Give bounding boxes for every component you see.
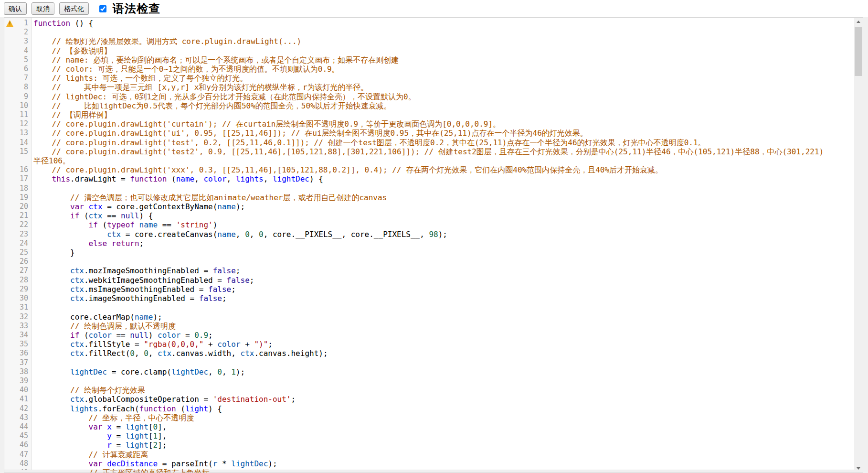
code-line[interactable]: 43 // 坐标，半径，中心不透明度 xyxy=(4,413,854,422)
line-number: 7 xyxy=(4,74,32,83)
code-line[interactable]: 31 xyxy=(4,303,854,312)
code-line-text: ctx.webkitImageSmoothingEnabled = false; xyxy=(32,276,854,285)
scroll-up-arrow[interactable] xyxy=(854,18,863,26)
code-line-text: // core.plugin.drawLight('curtain'); // … xyxy=(32,119,854,129)
line-number: 28 xyxy=(4,276,32,285)
code-line[interactable]: 28 ctx.webkitImageSmoothingEnabled = fal… xyxy=(4,276,854,285)
code-line[interactable]: 7 // lights: 可选，一个数组，定义了每个独立的灯光。 xyxy=(4,74,854,83)
line-number: 48 xyxy=(4,459,32,468)
code-line[interactable]: 16 // core.plugin.drawLight('xxx', 0.3, … xyxy=(4,165,854,174)
line-number: 46 xyxy=(4,441,32,450)
code-line[interactable]: 12 // core.plugin.drawLight('curtain'); … xyxy=(4,119,854,129)
code-line[interactable]: 42 lights.forEach(function (light) { xyxy=(4,404,854,413)
line-number: 14 xyxy=(4,138,32,147)
code-line-text: 半径106。 xyxy=(32,156,854,165)
code-editor[interactable]: 1function () {23 // 绘制灯光/漆黑层效果。调用方式 core… xyxy=(4,17,863,473)
code-line[interactable]: 19 // 清空色调层；也可以修改成其它层比如animate/weather层，… xyxy=(4,193,854,202)
line-number: 32 xyxy=(4,312,32,322)
code-line-text: // 【参数说明】 xyxy=(32,46,854,55)
code-line[interactable]: 38 lightDec = core.clamp(lightDec, 0, 1)… xyxy=(4,367,854,376)
code-line[interactable]: 21 if (ctx == null) { xyxy=(4,211,854,220)
code-line-text: // 坐标，半径，中心不透明度 xyxy=(32,413,854,422)
lint-checkbox[interactable] xyxy=(99,5,106,12)
line-number: 19 xyxy=(4,193,32,202)
code-line[interactable]: 23 ctx = core.createCanvas(name, 0, 0, c… xyxy=(4,230,854,239)
code-line[interactable]: 6 // color: 可选，只能是一个0~1之间的数，为不透明度的值。不填则默… xyxy=(4,64,854,74)
code-line[interactable]: 46 r = light[2]; xyxy=(4,441,854,450)
line-number: 33 xyxy=(4,322,32,331)
code-line[interactable]: 29 ctx.msImageSmoothingEnabled = false; xyxy=(4,285,854,294)
code-line[interactable]: 9 // lightDec: 可选，0到1之间，光从多少百分比才开始衰减（在此范… xyxy=(4,92,854,101)
line-number: 25 xyxy=(4,248,32,257)
line-number: 47 xyxy=(4,450,32,459)
vertical-scrollbar[interactable] xyxy=(854,18,863,473)
line-number: 29 xyxy=(4,285,32,294)
code-line[interactable]: 10 // 比如lightDec为0.5代表，每个灯光部分内圈50%的范围全亮，… xyxy=(4,101,854,110)
code-line-text xyxy=(32,303,854,312)
code-line[interactable]: 35 ctx.fillStyle = "rgba(0,0,0," + color… xyxy=(4,340,854,349)
code-line[interactable]: 41 ctx.globalCompositeOperation = 'desti… xyxy=(4,395,854,404)
code-line[interactable]: 36 ctx.fillRect(0, 0, ctx.canvas.width, … xyxy=(4,349,854,358)
code-line[interactable]: 26 xyxy=(4,257,854,266)
line-number: 3 xyxy=(4,37,32,46)
code-line[interactable]: 18 xyxy=(4,184,854,193)
line-number: 30 xyxy=(4,294,32,303)
code-line[interactable]: 22 if (typeof name == 'string') xyxy=(4,220,854,229)
code-line[interactable]: 33 // 绘制色调层，默认不透明度 xyxy=(4,322,854,331)
line-number: 1 xyxy=(4,19,32,28)
code-line[interactable]: 14 // core.plugin.drawLight('test', 0.2,… xyxy=(4,138,854,147)
code-line[interactable]: 25 } xyxy=(4,248,854,257)
format-button[interactable]: 格式化 xyxy=(59,2,89,15)
code-line-text: lightDec = core.clamp(lightDec, 0, 1); xyxy=(32,367,854,376)
code-line[interactable]: 4 // 【参数说明】 xyxy=(4,46,854,55)
cancel-button[interactable]: 取消 xyxy=(32,2,54,15)
code-line[interactable]: 32 core.clearMap(name); xyxy=(4,312,854,322)
code-line[interactable]: 48 var decDistance = parseInt(r * lightD… xyxy=(4,459,854,468)
code-line-text xyxy=(32,376,854,386)
code-line-text: // core.plugin.drawLight('test', 0.2, [[… xyxy=(32,138,854,147)
lint-label[interactable]: 语法检查 xyxy=(113,1,160,16)
code-line[interactable]: 30 ctx.imageSmoothingEnabled = false; xyxy=(4,294,854,303)
code-line-text: if (ctx == null) { xyxy=(32,211,854,220)
code-line[interactable]: 8 // 其中每一项是三元组 [x,y,r] x和y分别为该灯光的横纵坐标，r为… xyxy=(4,83,854,92)
code-line[interactable]: 47 // 计算衰减距离 xyxy=(4,450,854,459)
line-number: 39 xyxy=(4,376,32,386)
line-number: 26 xyxy=(4,257,32,266)
code-line-text: function () { xyxy=(32,19,854,28)
code-line[interactable]: 15 // core.plugin.drawLight('test2', 0.9… xyxy=(4,147,854,156)
code-line[interactable]: 1function () { xyxy=(4,19,854,28)
code-line[interactable]: 37 xyxy=(4,358,854,367)
code-line[interactable]: 24 else return; xyxy=(4,239,854,248)
code-line-text: // 绘制色调层，默认不透明度 xyxy=(32,322,854,331)
code-line[interactable]: 5 // name: 必填，要绘制到的画布名；可以是一个系统画布，或者是个自定义… xyxy=(4,55,854,64)
code-line-text: // 清空色调层；也可以修改成其它层比如animate/weather层，或者用… xyxy=(32,193,854,202)
scroll-down-arrow[interactable] xyxy=(854,464,863,473)
code-line[interactable]: 44 var x = light[0], xyxy=(4,422,854,431)
code-line-text: // lightDec: 可选，0到1之间，光从多少百分比才开始衰减（在此范围内… xyxy=(32,92,854,101)
line-number: 2 xyxy=(4,28,32,37)
line-number: 9 xyxy=(4,92,32,101)
scrollbar-thumb[interactable] xyxy=(855,27,862,76)
code-line-text: ctx.fillRect(0, 0, ctx.canvas.width, ctx… xyxy=(32,349,854,358)
code-line[interactable]: 40 // 绘制每个灯光效果 xyxy=(4,386,854,395)
line-number: 6 xyxy=(4,64,32,74)
line-number: 10 xyxy=(4,101,32,110)
code-line[interactable]: 39 xyxy=(4,376,854,386)
code-line[interactable]: 45 y = light[1], xyxy=(4,431,854,441)
code-line-text: if (color == null) color = 0.9; xyxy=(32,331,854,340)
confirm-button[interactable]: 确认 xyxy=(4,2,27,15)
code-line-text: if (typeof name == 'string') xyxy=(32,220,854,229)
code-line[interactable]: 3 // 绘制灯光/漆黑层效果。调用方式 core.plugin.drawLig… xyxy=(4,37,854,46)
code-line[interactable]: 20 var ctx = core.getContextByName(name)… xyxy=(4,202,854,211)
code-line[interactable]: 27 ctx.mozImageSmoothingEnabled = false; xyxy=(4,266,854,275)
line-number: 16 xyxy=(4,165,32,174)
code-line[interactable]: 34 if (color == null) color = 0.9; xyxy=(4,331,854,340)
code-line[interactable]: 17 this.drawLight = function (name, colo… xyxy=(4,174,854,183)
code-line[interactable]: 11 // 【调用样例】 xyxy=(4,110,854,119)
code-line[interactable]: 13 // core.plugin.drawLight('ui', 0.95, … xyxy=(4,129,854,138)
code-line[interactable]: 2 xyxy=(4,28,854,37)
line-number: 41 xyxy=(4,395,32,404)
code-line-text: ctx.fillStyle = "rgba(0,0,0," + color + … xyxy=(32,340,854,349)
line-number: 8 xyxy=(4,83,32,92)
code-line[interactable]: 半径106。 xyxy=(4,156,854,165)
